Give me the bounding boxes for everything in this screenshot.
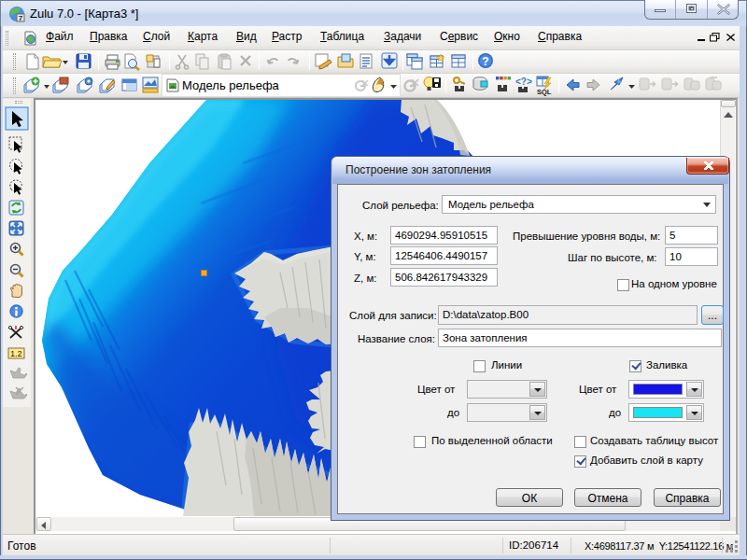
svg-text:7: 7: [19, 14, 23, 22]
svg-text:<?>: <?>: [515, 77, 532, 87]
svg-text:?: ?: [482, 55, 488, 68]
svg-text:SQL: SQL: [537, 88, 552, 96]
svg-text:1.2: 1.2: [10, 349, 22, 358]
